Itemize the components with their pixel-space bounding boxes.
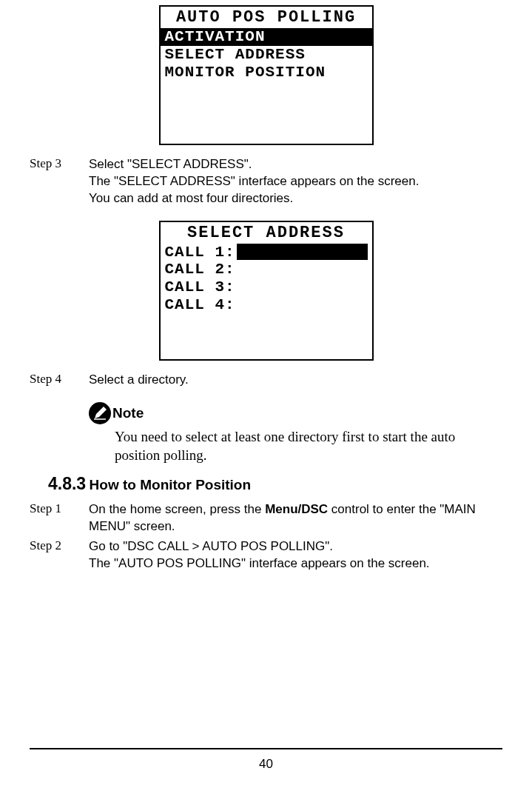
section-title: How to Monitor Position bbox=[90, 477, 251, 492]
call-value-selected bbox=[237, 244, 368, 260]
menu-item-select-address: SELECT ADDRESS bbox=[161, 46, 372, 64]
call-label: CALL 1: bbox=[161, 244, 237, 261]
call-row-2: CALL 2: bbox=[161, 261, 372, 278]
section-number: 4.8.3 bbox=[48, 474, 86, 493]
section-heading: 4.8.3 How to Monitor Position bbox=[48, 474, 502, 494]
step1-bold: Menu/DSC bbox=[265, 502, 328, 516]
step-3: Step 3 Select "SELECT ADDRESS". The "SEL… bbox=[30, 156, 502, 207]
note-pencil-icon bbox=[89, 402, 111, 424]
menu-item-activation: ACTIVATION bbox=[161, 28, 372, 46]
step-4: Step 4 Select a directory. bbox=[30, 372, 502, 389]
step3-line1: Select "SELECT ADDRESS". bbox=[89, 157, 252, 171]
step3-line2: The "SELECT ADDRESS" interface appears o… bbox=[89, 174, 419, 188]
screen-auto-pos-polling: AUTO POS POLLING ACTIVATION SELECT ADDRE… bbox=[159, 5, 374, 145]
call-row-1: CALL 1: bbox=[161, 244, 372, 261]
call-row-3: CALL 3: bbox=[161, 278, 372, 296]
step2-line1: Go to "DSC CALL > AUTO POS POLLING". bbox=[89, 539, 333, 553]
screen-select-address: SELECT ADDRESS CALL 1: CALL 2: CALL 3: C… bbox=[159, 221, 374, 361]
note-text: You need to select at least one director… bbox=[115, 427, 502, 465]
step-content: Go to "DSC CALL > AUTO POS POLLING". The… bbox=[89, 538, 502, 572]
footer-divider bbox=[30, 748, 502, 749]
screen-title: SELECT ADDRESS bbox=[161, 222, 372, 244]
call-row-4: CALL 4: bbox=[161, 296, 372, 314]
step-content: Select "SELECT ADDRESS". The "SELECT ADD… bbox=[89, 156, 502, 207]
page-number: 40 bbox=[0, 757, 532, 772]
step1-text-a: On the home screen, press the bbox=[89, 502, 265, 516]
step-label: Step 4 bbox=[30, 372, 89, 389]
menu-item-monitor-position: MONITOR POSITION bbox=[161, 64, 372, 81]
step2-line2: The "AUTO POS POLLING" interface appears… bbox=[89, 556, 430, 570]
step-content: On the home screen, press the Menu/DSC c… bbox=[89, 501, 502, 535]
note-title: Note bbox=[112, 405, 144, 421]
step-content: Select a directory. bbox=[89, 372, 502, 389]
step-label: Step 3 bbox=[30, 156, 89, 207]
note-header: Note bbox=[89, 402, 502, 424]
screen-title: AUTO POS POLLING bbox=[161, 7, 372, 28]
step-label: Step 2 bbox=[30, 538, 89, 572]
step3-line3: You can add at most four directories. bbox=[89, 191, 293, 205]
note-block: Note You need to select at least one dir… bbox=[89, 402, 502, 465]
step-1: Step 1 On the home screen, press the Men… bbox=[30, 501, 502, 535]
step-label: Step 1 bbox=[30, 501, 89, 535]
step-2: Step 2 Go to "DSC CALL > AUTO POS POLLIN… bbox=[30, 538, 502, 572]
